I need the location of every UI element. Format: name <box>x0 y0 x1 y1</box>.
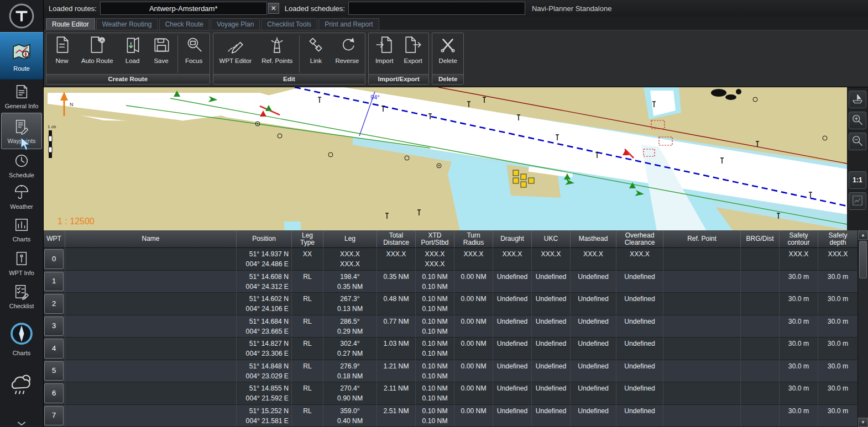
table-scrollbar[interactable]: ▲ ▼ <box>857 230 868 427</box>
sidebar-item-waypoints[interactable]: Waypoints <box>1 113 42 149</box>
sidebar-scroll-down-button[interactable] <box>0 420 43 427</box>
waypoint-row[interactable]: 751° 15.252 N004° 21.581 ERL359.0°0.40 N… <box>43 405 858 427</box>
cell-total-distance: XXX.X <box>377 248 416 271</box>
column-header-brg-dist[interactable]: BRG/Dist <box>741 230 780 247</box>
new-button[interactable]: New <box>48 34 76 65</box>
column-header-xtd-port-stbd[interactable]: XTDPort/Stbd <box>416 230 454 247</box>
wpt-number-button[interactable]: 3 <box>44 317 64 336</box>
column-header-name[interactable]: Name <box>65 230 237 247</box>
link-button[interactable]: Link <box>301 34 330 65</box>
column-header-turn-radius[interactable]: TurnRadius <box>454 230 493 247</box>
scrollbar-thumb[interactable] <box>859 241 867 278</box>
column-header-leg-type[interactable]: LegType <box>292 230 323 247</box>
ref-points-button[interactable]: Ref. Points <box>257 34 297 65</box>
cell-wpt[interactable]: 2 <box>43 293 65 315</box>
scroll-down-arrow[interactable]: ▼ <box>858 418 868 427</box>
cell-ukc: Undefined <box>532 405 571 427</box>
waypoint-row[interactable]: 451° 14.827 N004° 23.306 ERL302.4°0.27 N… <box>43 338 858 360</box>
cell-wpt[interactable]: 7 <box>43 405 65 427</box>
column-header-leg[interactable]: Leg <box>323 230 377 247</box>
column-header-masthead[interactable]: Masthead <box>571 230 616 247</box>
column-header-safety-contour[interactable]: Safetycontour <box>780 230 818 247</box>
column-header-ref-point[interactable]: Ref. Point <box>663 230 741 247</box>
cell-xtd: 0.10 NM0.10 NM <box>416 293 454 315</box>
loaded-routes-select[interactable]: Antwerp-Amsterdam* <box>100 2 267 15</box>
zoom-in-button[interactable] <box>849 112 866 129</box>
tab-print-and-report[interactable]: Print and Report <box>318 18 379 30</box>
wpt-number-button[interactable]: 1 <box>44 272 64 292</box>
waypoint-row[interactable]: 551° 14.848 N004° 23.029 ERL276.9°0.18 N… <box>43 360 858 383</box>
column-header-ukc[interactable]: UKC <box>532 230 571 247</box>
charts-compass-icon <box>8 320 35 348</box>
tab-route-editor[interactable]: Route Editor <box>46 18 95 30</box>
waypoint-row[interactable]: 351° 14.684 N004° 23.665 ERL286.5°0.29 N… <box>43 315 858 338</box>
ship-position-button[interactable] <box>849 91 866 108</box>
cell-leg-type: RL <box>292 405 323 427</box>
wpt-number-button[interactable]: 0 <box>44 249 64 269</box>
sidebar-item-general-info[interactable]: General Info <box>0 80 43 113</box>
tab-check-route[interactable]: Check Route <box>159 18 210 30</box>
sidebar-item-weather-overview-icon[interactable] <box>0 363 43 407</box>
column-header-draught[interactable]: Draught <box>493 230 532 247</box>
svg-text:A: A <box>100 38 103 43</box>
cell-name <box>65 293 237 315</box>
wpt-number-button[interactable]: 6 <box>44 383 64 403</box>
cell-ref-point <box>663 360 741 383</box>
column-header-total-distance[interactable]: TotalDistance <box>377 230 416 247</box>
app-logo-button[interactable] <box>0 0 43 32</box>
waypoint-row[interactable]: 051° 14.937 N004° 24.486 EXXXXX.XXXX.XXX… <box>43 248 858 271</box>
save-button[interactable]: Save <box>147 34 176 65</box>
load-button[interactable]: Load <box>118 34 147 65</box>
wpt-number-button[interactable]: 2 <box>44 294 64 314</box>
cell-name <box>65 360 237 383</box>
zoom-out-button[interactable] <box>849 133 866 150</box>
cell-wpt[interactable]: 6 <box>43 382 65 405</box>
reverse-button[interactable]: Reverse <box>330 34 364 65</box>
cell-xtd: 0.10 NM0.10 NM <box>416 315 454 338</box>
auto-route-button[interactable]: AAuto Route <box>76 34 118 65</box>
cell-wpt[interactable]: 4 <box>43 338 65 360</box>
chart-view[interactable]: 94° <box>43 87 847 231</box>
wpt-number-button[interactable]: 4 <box>44 339 64 359</box>
wpt-number-button[interactable]: 7 <box>44 406 64 426</box>
sidebar-item-weather[interactable]: Weather <box>0 181 43 212</box>
scale-1-1-button[interactable]: 1:1 <box>849 171 866 189</box>
nautical-chart[interactable]: 94° <box>43 87 847 231</box>
waypoint-row[interactable]: 251° 14.602 N004° 24.106 ERL267.3°0.13 N… <box>43 293 858 315</box>
wpt-editor-button[interactable]: WPT Editor <box>215 34 257 65</box>
scroll-up-arrow[interactable]: ▲ <box>858 230 868 240</box>
column-header-safety-depth[interactable]: Safetydepth <box>818 230 858 247</box>
delete-button[interactable]: Delete <box>433 34 462 65</box>
sidebar-item-wpt-info[interactable]: WPT Info <box>0 246 43 280</box>
focus-button[interactable]: Focus <box>180 34 208 65</box>
cell-wpt[interactable]: 0 <box>43 248 65 271</box>
cell-wpt[interactable]: 1 <box>43 271 65 293</box>
button-label: Load <box>126 57 140 64</box>
tab-weather-routing[interactable]: Weather Routing <box>96 18 158 30</box>
waypoint-row[interactable]: 151° 14.608 N004° 24.312 ERL198.4°0.35 N… <box>43 271 858 293</box>
cell-safety-contour: 30.0 m <box>780 271 818 293</box>
loaded-schedules-select[interactable] <box>348 2 525 15</box>
chart-overview-button[interactable] <box>849 192 866 210</box>
svg-text:N: N <box>70 102 74 107</box>
sidebar-item-schedule[interactable]: Schedule <box>0 149 43 181</box>
cell-wpt[interactable]: 5 <box>43 360 65 383</box>
clear-route-button[interactable]: ✕ <box>268 3 279 14</box>
tab-checklist-tools[interactable]: Checklist Tools <box>261 18 317 30</box>
wpt-number-button[interactable]: 5 <box>44 361 64 381</box>
sidebar-item-label: Charts <box>13 236 30 243</box>
waypoint-row[interactable]: 651° 14.855 N004° 21.592 ERL270.4°0.90 N… <box>43 382 858 405</box>
column-header-position[interactable]: Position <box>237 230 292 247</box>
sidebar-item-charts[interactable]: Charts <box>0 313 43 363</box>
sidebar-item-route[interactable]: Route <box>0 32 43 80</box>
cell-ukc: XXX.X <box>532 248 571 271</box>
sidebar-item-charts[interactable]: Charts <box>0 212 43 246</box>
column-header-overhead-clearance[interactable]: OverheadClearance <box>616 230 663 247</box>
sidebar-item-checklist[interactable]: Checklist <box>0 280 43 313</box>
import-button[interactable]: Import <box>370 34 399 65</box>
cell-wpt[interactable]: 3 <box>43 315 65 338</box>
cell-total-distance: 0.48 NM <box>377 293 416 315</box>
export-button[interactable]: Export <box>399 34 427 65</box>
column-header-wpt[interactable]: WPT <box>43 230 65 247</box>
tab-voyage-plan[interactable]: Voyage Plan <box>211 18 260 30</box>
